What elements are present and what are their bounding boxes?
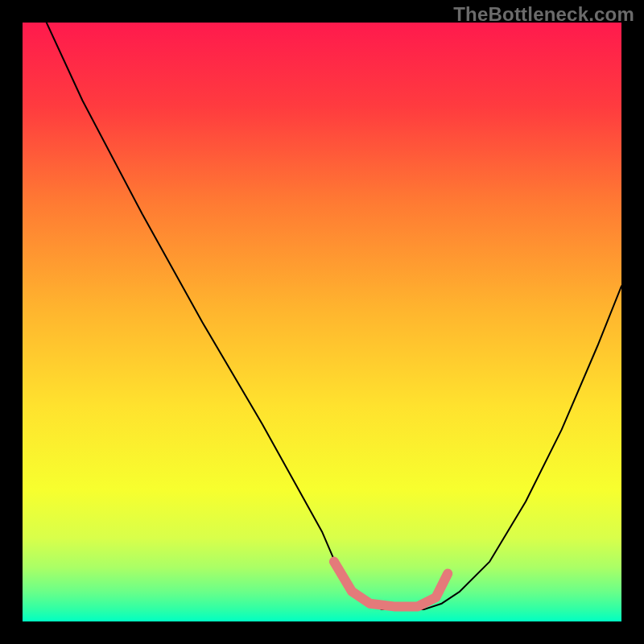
- main-curve: [47, 23, 621, 609]
- highlight-segment: [334, 562, 448, 607]
- chart-svg: [23, 23, 621, 621]
- chart-frame: TheBottleneck.com: [0, 0, 644, 644]
- watermark-text: TheBottleneck.com: [453, 3, 634, 26]
